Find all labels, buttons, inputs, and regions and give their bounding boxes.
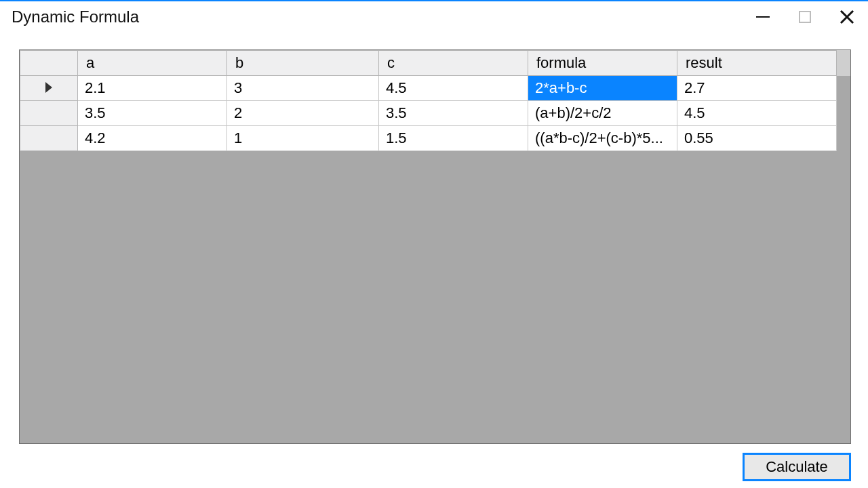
cell-c[interactable]: 4.5	[379, 76, 528, 101]
close-button[interactable]	[826, 1, 868, 33]
calculate-button[interactable]: Calculate	[743, 453, 851, 481]
minimize-button[interactable]	[742, 1, 784, 33]
row-indicator[interactable]	[20, 76, 78, 101]
cell-c[interactable]: 1.5	[379, 126, 528, 151]
cell-result[interactable]: 0.55	[677, 126, 837, 151]
datagrid-container: a b c formula result 2.1 3 4.5 2*a+b-c 2…	[19, 49, 851, 444]
cell-a[interactable]: 3.5	[78, 101, 227, 126]
header-formula[interactable]: formula	[528, 51, 677, 76]
row-indicator[interactable]	[20, 101, 78, 126]
cell-formula[interactable]: ((a*b-c)/2+(c-b)*5...	[528, 126, 677, 151]
datagrid[interactable]: a b c formula result 2.1 3 4.5 2*a+b-c 2…	[20, 50, 837, 151]
header-a[interactable]: a	[78, 51, 227, 76]
vertical-scrollbar[interactable]	[836, 50, 850, 76]
table-row[interactable]: 4.2 1 1.5 ((a*b-c)/2+(c-b)*5... 0.55	[20, 126, 837, 151]
cell-b[interactable]: 3	[227, 76, 379, 101]
window-title: Dynamic Formula	[12, 7, 139, 26]
table-row[interactable]: 2.1 3 4.5 2*a+b-c 2.7	[20, 76, 837, 101]
cell-a[interactable]: 4.2	[78, 126, 227, 151]
table-row[interactable]: 3.5 2 3.5 (a+b)/2+c/2 4.5	[20, 101, 837, 126]
cell-result[interactable]: 4.5	[677, 101, 837, 126]
cell-b[interactable]: 2	[227, 101, 379, 126]
window-buttons	[742, 1, 868, 33]
cell-c[interactable]: 3.5	[379, 101, 528, 126]
titlebar: Dynamic Formula	[0, 0, 868, 33]
cell-result[interactable]: 2.7	[677, 76, 837, 101]
cell-a[interactable]: 2.1	[78, 76, 227, 101]
header-c[interactable]: c	[379, 51, 528, 76]
header-result[interactable]: result	[677, 51, 837, 76]
header-row: a b c formula result	[20, 51, 837, 76]
header-rowselector[interactable]	[20, 51, 78, 76]
cell-formula[interactable]: (a+b)/2+c/2	[528, 101, 677, 126]
maximize-button[interactable]	[784, 1, 826, 33]
svg-rect-1	[800, 12, 810, 22]
cell-b[interactable]: 1	[227, 126, 379, 151]
current-row-icon	[45, 82, 52, 93]
header-b[interactable]: b	[227, 51, 379, 76]
cell-formula[interactable]: 2*a+b-c	[528, 76, 677, 101]
row-indicator[interactable]	[20, 126, 78, 151]
